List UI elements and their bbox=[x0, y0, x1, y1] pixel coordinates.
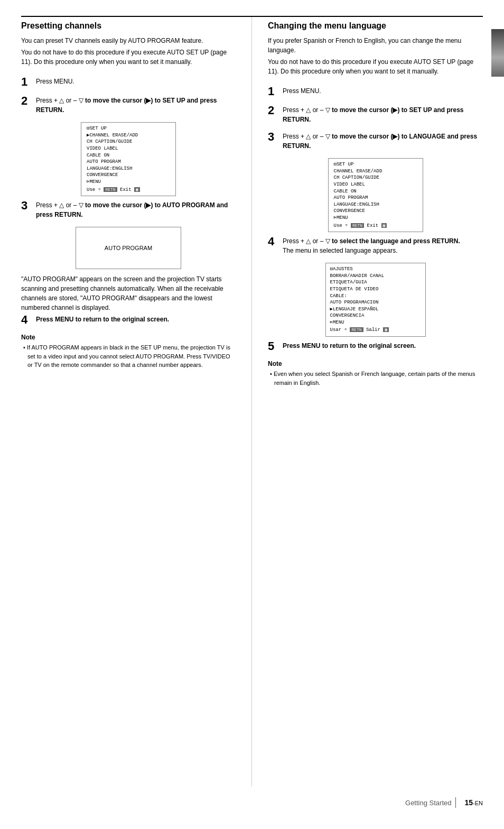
right-step-3-text: Press + △ or – ▽ to move the cursor (▶) … bbox=[283, 133, 477, 150]
left-note: Note If AUTO PROGRAM appears in black in… bbox=[21, 334, 236, 370]
right-note: Note Even when you select Spanish or Fre… bbox=[268, 360, 483, 387]
right-step-2-text: Press + △ or – ▽ to move the cursor (▶) … bbox=[283, 106, 464, 123]
right-step-4: 4 Press + △ or – ▽ to select the languag… bbox=[268, 236, 483, 255]
auto-program-desc: "AUTO PROGRAM" appears on the screen and… bbox=[21, 274, 236, 312]
left-note-text: If AUTO PROGRAM appears in black in the … bbox=[21, 343, 236, 370]
right-menu-box-1: ⊟SET UP CHANNEL ERASE/ADD CH CAPTION/GUI… bbox=[328, 158, 423, 232]
left-note-title: Note bbox=[21, 334, 236, 341]
footer-label: Getting Started bbox=[405, 799, 451, 807]
auto-program-box: AUTO PROGRAM bbox=[76, 227, 181, 269]
left-step-3-text: Press + △ or – ▽ to move the cursor (▶) … bbox=[36, 201, 228, 218]
right-step-3: 3 Press + △ or – ▽ to move the cursor (▶… bbox=[268, 132, 483, 151]
right-step-2: 2 Press + △ or – ▽ to move the cursor (▶… bbox=[268, 105, 483, 124]
right-note-title: Note bbox=[268, 360, 483, 367]
right-spanish-menu-box: ⊟AJUSTES BORRAR/ANADIR CANAL ETIQUETA/GU… bbox=[325, 263, 426, 337]
right-intro1: If you prefer Spanish or French to Engli… bbox=[268, 36, 483, 55]
right-step-3-number: 3 bbox=[268, 131, 274, 143]
left-step-3-number: 3 bbox=[21, 199, 27, 212]
right-sidebar-decoration bbox=[491, 29, 504, 77]
left-menu1-use-exit: Use ÷ RETN Exit ▣ bbox=[87, 187, 170, 194]
auto-program-label: AUTO PROGRAM bbox=[105, 245, 152, 251]
right-step-4-sub: The menu in selected language appears. bbox=[283, 247, 397, 254]
left-step-1: 1 Press MENU. bbox=[21, 77, 236, 88]
left-step-1-number: 1 bbox=[21, 76, 27, 88]
left-step-4-number: 4 bbox=[21, 314, 27, 326]
right-step-5-number: 5 bbox=[268, 340, 274, 353]
left-intro2: You do not have to do this procedure if … bbox=[21, 48, 236, 67]
right-step-1-text: Press MENU. bbox=[283, 87, 321, 95]
left-step-1-text: Press MENU. bbox=[36, 78, 74, 85]
right-note-text: Even when you select Spanish or French l… bbox=[268, 370, 483, 387]
left-step-2-text: Press + △ or – ▽ to move the cursor (▶) … bbox=[36, 97, 217, 114]
right-step-4-number: 4 bbox=[268, 235, 274, 248]
right-step-5-text: Press MENU to return to the original scr… bbox=[283, 342, 416, 349]
right-intro2: You do not have to do this procedure if … bbox=[268, 57, 483, 76]
right-step-2-number: 2 bbox=[268, 104, 274, 117]
left-menu-box-1: ⊟SET UP ▶CHANNEL ERASE/ADD CH CAPTION/GU… bbox=[81, 122, 176, 196]
right-menu2-use-exit: Use ÷ RETN Exit ▣ bbox=[334, 223, 417, 229]
page-footer: Getting Started 15-EN bbox=[21, 787, 483, 808]
left-step-4-text: Press MENU to return to the original scr… bbox=[36, 316, 169, 323]
right-step-4-text: Press + △ or – ▽ to select the language … bbox=[283, 237, 460, 245]
right-step-1-number: 1 bbox=[268, 85, 274, 98]
left-step-2-number: 2 bbox=[21, 95, 27, 107]
right-section-title: Changing the menu language bbox=[268, 17, 483, 31]
footer-divider bbox=[455, 797, 456, 808]
left-intro1: You can preset TV channels easily by AUT… bbox=[21, 36, 236, 45]
right-spanish-use-exit: Usar ÷ RETN Salir ▣ bbox=[330, 327, 421, 334]
right-step-1: 1 Press MENU. bbox=[268, 86, 483, 98]
footer-page: 15-EN bbox=[464, 798, 483, 807]
right-step-5: 5 Press MENU to return to the original s… bbox=[268, 341, 483, 353]
left-section-title: Presetting channels bbox=[21, 17, 236, 31]
left-step-3: 3 Press + △ or – ▽ to move the cursor (▶… bbox=[21, 200, 236, 219]
left-step-2: 2 Press + △ or – ▽ to move the cursor (▶… bbox=[21, 96, 236, 115]
left-step-4: 4 Press MENU to return to the original s… bbox=[21, 315, 236, 326]
